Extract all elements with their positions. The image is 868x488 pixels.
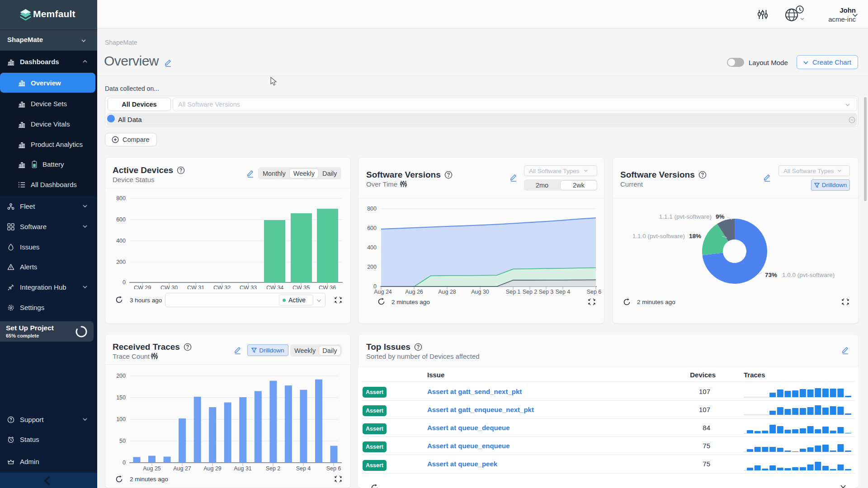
svg-text:Aug 29: Aug 29 <box>203 465 222 472</box>
svg-text:Aug 25: Aug 25 <box>143 465 161 472</box>
svg-text:CW 31: CW 31 <box>187 285 204 289</box>
svg-text:CW 32: CW 32 <box>213 285 231 289</box>
svg-text:0: 0 <box>123 279 126 286</box>
svg-text:CW 35: CW 35 <box>292 285 310 289</box>
svg-text:100: 100 <box>116 416 126 422</box>
svg-text:73%: 73% <box>765 272 777 278</box>
svg-text:600: 600 <box>116 216 126 223</box>
svg-text:200: 200 <box>367 264 377 270</box>
svg-text:1.0.0 (pvt-software): 1.0.0 (pvt-software) <box>782 272 835 278</box>
svg-text:400: 400 <box>116 238 126 244</box>
svg-text:Sep 6: Sep 6 <box>587 289 602 295</box>
svg-text:CW 30: CW 30 <box>160 285 178 289</box>
svg-text:Aug 31: Aug 31 <box>234 465 252 472</box>
svg-text:Sep 1: Sep 1 <box>506 289 521 295</box>
svg-text:600: 600 <box>367 225 377 231</box>
svg-text:400: 400 <box>367 244 377 251</box>
svg-text:50: 50 <box>119 438 126 444</box>
svg-text:800: 800 <box>367 206 377 212</box>
svg-text:Aug 26: Aug 26 <box>405 289 423 295</box>
svg-text:9%: 9% <box>716 213 725 220</box>
svg-text:Aug 28: Aug 28 <box>438 289 456 295</box>
svg-text:Aug 24: Aug 24 <box>374 289 392 295</box>
svg-text:Sep 3: Sep 3 <box>539 289 554 295</box>
svg-text:200: 200 <box>116 373 126 379</box>
svg-text:Sep 4: Sep 4 <box>556 289 571 295</box>
svg-text:1.1.0 (pvt-software): 1.1.0 (pvt-software) <box>632 233 685 239</box>
svg-text:1.1.1 (pvt-software): 1.1.1 (pvt-software) <box>659 213 712 220</box>
svg-text:200: 200 <box>116 259 126 265</box>
svg-text:CW 29: CW 29 <box>134 285 151 289</box>
svg-text:18%: 18% <box>689 233 701 239</box>
svg-text:CW 36: CW 36 <box>319 285 336 289</box>
svg-text:Sep 2: Sep 2 <box>266 465 281 472</box>
svg-text:Aug 30: Aug 30 <box>471 289 489 295</box>
svg-text:CW 33: CW 33 <box>240 285 257 289</box>
svg-text:CW 34: CW 34 <box>266 285 283 289</box>
svg-text:Sep 2: Sep 2 <box>523 289 538 295</box>
svg-text:800: 800 <box>116 195 126 202</box>
svg-text:0: 0 <box>123 460 126 466</box>
svg-text:Sep 4: Sep 4 <box>296 465 311 472</box>
svg-text:150: 150 <box>116 394 126 401</box>
svg-text:Sep 6: Sep 6 <box>326 465 341 472</box>
svg-text:Aug 27: Aug 27 <box>173 465 191 472</box>
